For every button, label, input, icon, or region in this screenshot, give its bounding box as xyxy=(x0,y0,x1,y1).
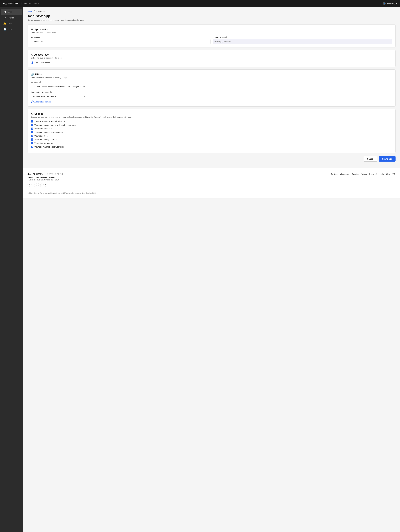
footer-tagline: Fulfilling your ideas on demand xyxy=(28,176,63,178)
scope-checkbox-1[interactable]: ✓ xyxy=(31,124,33,126)
footer-link-integrations[interactable]: Integrations xyxy=(340,173,349,175)
domain-input[interactable] xyxy=(31,94,82,99)
add-domain-circle-icon: + xyxy=(31,101,34,103)
breadcrumb-separator: / xyxy=(33,10,33,12)
sidebar-item-label-apps: Apps xyxy=(7,11,12,13)
scope-checkbox-0[interactable]: ✓ xyxy=(31,120,33,122)
access-level-icon: ⊙ xyxy=(31,53,33,56)
scope-item[interactable]: ✓ View store webhooks xyxy=(31,142,392,144)
brand-sub: DEVELOPERS xyxy=(24,2,39,5)
urls-title: URLs xyxy=(35,73,42,76)
facebook-social-icon[interactable]: f xyxy=(28,183,31,186)
layout: ⊞ Apps ⟳ Tokens 🔔 News 📄 Docs Apps / Add… xyxy=(0,0,400,532)
scope-checkbox-3[interactable]: ✓ xyxy=(31,131,33,133)
store-level-radio[interactable] xyxy=(31,62,33,64)
footer-link-feature-requests[interactable]: Feature Requests xyxy=(369,173,384,175)
contact-email-help-icon[interactable]: ? xyxy=(225,36,227,38)
scope-checkbox-6[interactable]: ✓ xyxy=(31,142,33,144)
store-level-access-option[interactable]: Store level access xyxy=(31,62,392,64)
scope-item[interactable]: ✓ View and manage store webhooks xyxy=(31,146,392,148)
scope-label-6: View store webhooks xyxy=(34,142,53,144)
user-greeting: Hello miley xyxy=(387,2,395,5)
footer-link-faq[interactable]: FAQ xyxy=(392,173,395,175)
app-details-header: ☰ App details xyxy=(31,28,392,31)
breadcrumb-current: Add new app xyxy=(34,10,44,12)
footer-links: ServicesIntegrationsShippingPoliciesFeat… xyxy=(331,173,395,175)
brand-divider: | xyxy=(21,2,22,5)
footer-brand-section: PRINTFUL | DEVELOPERS Fulfilling your id… xyxy=(28,173,63,186)
redirection-domains-help-icon[interactable]: ? xyxy=(50,91,52,93)
access-level-subtitle: Select the level of access for this toke… xyxy=(31,57,392,59)
scopes-header: ⚙ Scopes xyxy=(31,112,392,115)
contact-email-input[interactable] xyxy=(213,39,392,44)
app-url-help-icon[interactable]: ? xyxy=(39,81,41,83)
scope-checkbox-2[interactable]: ✓ xyxy=(31,127,33,130)
add-another-domain-link[interactable]: + Add another domain xyxy=(31,101,392,103)
tokens-icon: ⟳ xyxy=(3,16,6,19)
app-details-form-row: App name Contact email ? xyxy=(31,36,392,44)
scope-item[interactable]: ✓ View store products xyxy=(31,127,392,130)
scope-item[interactable]: ✓ View and manage orders of the authoriz… xyxy=(31,124,392,126)
scopes-title: Scopes xyxy=(34,112,43,115)
brand-name: PRINTFUL xyxy=(8,2,19,5)
breadcrumb-apps-link[interactable]: Apps xyxy=(28,10,32,12)
footer-link-blog[interactable]: Blog xyxy=(386,173,390,175)
footer-copyright: © 2013 - 2024 All Rights reserved. Print… xyxy=(28,192,96,194)
scope-label-3: View and manage store products xyxy=(34,131,63,133)
instagram-social-icon[interactable]: ◎ xyxy=(38,183,42,186)
scopes-icon: ⚙ xyxy=(31,112,33,115)
scope-checkbox-check-4: ✓ xyxy=(32,135,33,137)
footer-bottom: © 2013 - 2024 All Rights reserved. Print… xyxy=(28,190,395,194)
cancel-button[interactable]: Cancel xyxy=(364,156,377,162)
scope-item[interactable]: ✓ View orders of the authorized store xyxy=(31,120,392,122)
user-menu[interactable]: 👤 Hello miley ▾ xyxy=(383,2,397,5)
sidebar-item-docs[interactable]: 📄 Docs xyxy=(1,26,22,32)
top-nav: PRINTFUL | DEVELOPERS 👤 Hello miley ▾ xyxy=(0,0,400,7)
app-url-input[interactable] xyxy=(31,84,87,89)
scope-checkbox-check-6: ✓ xyxy=(32,142,33,144)
app-name-label: App name xyxy=(31,36,210,38)
app-details-icon: ☰ xyxy=(31,28,33,31)
sidebar-item-apps[interactable]: ⊞ Apps xyxy=(1,9,22,15)
footer-social: f 𝕏 ◎ ▶ xyxy=(28,183,63,186)
app-url-group: App URL ? xyxy=(31,81,392,89)
scope-label-1: View and manage orders of the authorized… xyxy=(34,124,76,126)
sidebar-item-label-docs: Docs xyxy=(7,28,12,30)
clear-domain-button[interactable]: ✕ xyxy=(82,95,87,98)
user-avatar-icon: 👤 xyxy=(383,2,386,5)
urls-header: 🔗 URLs xyxy=(31,73,392,76)
add-domain-label: Add another domain xyxy=(34,101,51,103)
contact-email-label-text: Contact email xyxy=(213,36,225,38)
create-app-button[interactable]: Create app xyxy=(379,156,395,162)
urls-subtitle: Enter all the URLs needed to install you… xyxy=(31,76,392,79)
footer-brand-divider: | xyxy=(45,173,45,175)
scope-checkbox-check-5: ✓ xyxy=(32,139,33,140)
app-details-title: App details xyxy=(34,28,48,31)
sidebar-item-tokens[interactable]: ⟳ Tokens xyxy=(1,15,22,20)
urls-icon: 🔗 xyxy=(31,73,34,76)
redirection-domains-group: Redirection Domains ? ✕ + Add another do… xyxy=(31,91,392,103)
scope-checkbox-4[interactable]: ✓ xyxy=(31,135,33,137)
app-url-label: App URL ? xyxy=(31,81,392,83)
scope-checkbox-5[interactable]: ✓ xyxy=(31,139,33,141)
scope-label-0: View orders of the authorized store xyxy=(34,120,65,122)
app-name-input[interactable] xyxy=(31,39,210,44)
scope-checkbox-7[interactable]: ✓ xyxy=(31,146,33,148)
scope-item[interactable]: ✓ View and manage store products xyxy=(31,131,392,133)
app-name-group: App name xyxy=(31,36,210,44)
footer-tri-1 xyxy=(28,173,30,175)
scope-checkbox-check-2: ✓ xyxy=(32,128,33,130)
logo-triangles xyxy=(3,2,7,5)
scope-item[interactable]: ✓ View and manage store files xyxy=(31,139,392,141)
footer-link-shipping[interactable]: Shipping xyxy=(351,173,359,175)
footer-link-services[interactable]: Services xyxy=(331,173,338,175)
footer-link-policies[interactable]: Policies xyxy=(361,173,367,175)
apps-icon: ⊞ xyxy=(3,11,6,13)
logo-triangle-2 xyxy=(5,3,7,5)
sidebar-item-news[interactable]: 🔔 News xyxy=(1,21,22,26)
twitter-social-icon[interactable]: 𝕏 xyxy=(33,183,37,186)
redirection-domains-label: Redirection Domains ? xyxy=(31,91,392,93)
youtube-social-icon[interactable]: ▶ xyxy=(43,183,47,186)
scope-item[interactable]: ✓ View store files xyxy=(31,135,392,137)
scope-label-2: View store products xyxy=(34,127,52,130)
